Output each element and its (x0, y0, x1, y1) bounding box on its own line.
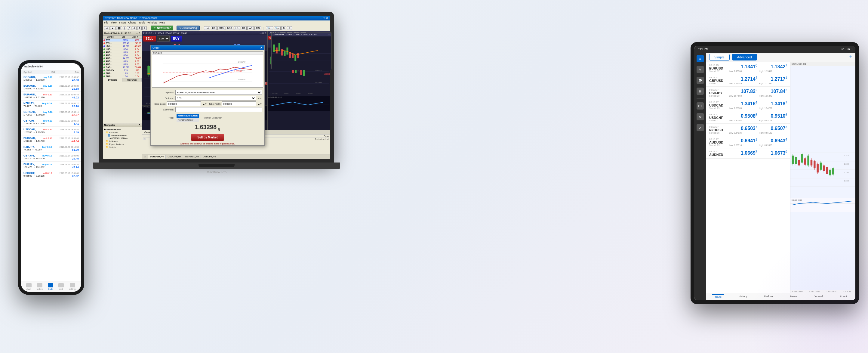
market-row[interactable]: AUD... 0.63... 0.63... (103, 63, 142, 66)
timeframe-w1[interactable]: W1 (247, 26, 254, 30)
mw-tab-symbols[interactable]: Symbols (103, 78, 122, 82)
phone-nav-settings[interactable]: settings (69, 283, 76, 290)
type-market-execution[interactable]: Market Execution (177, 114, 199, 118)
timeframe-h1[interactable]: H1 (234, 26, 240, 30)
close-chart-tab-btn[interactable]: ✕ (142, 154, 148, 159)
market-row[interactable]: CHFJPY 113... 113... (103, 69, 142, 72)
sell-by-market-button[interactable]: Sell by Market (191, 134, 223, 141)
menu-file[interactable]: File (104, 21, 108, 24)
phone-nav-history[interactable]: history (37, 283, 43, 290)
tablet-add-btn[interactable]: + (849, 54, 852, 60)
toolbar-btn-1[interactable]: ◄ (104, 26, 110, 30)
takeprofit-input[interactable] (222, 101, 256, 106)
comment-input[interactable] (175, 107, 262, 112)
tablet-icon-chat[interactable]: 💬 (696, 77, 704, 84)
tablet-icon-settings[interactable]: ⚙ (696, 113, 704, 120)
nav-item-accounts[interactable]: 📁 Accounts (103, 131, 141, 134)
toolbar-btn-8[interactable]: ≡ (142, 26, 147, 30)
quote-item[interactable]: 03:19:27 USDCAD Spread: 23 1.34164 Low: … (706, 99, 790, 111)
mw-tab-tick-chart[interactable]: Tick Chart (122, 78, 142, 82)
tab-usdchf-h4[interactable]: USDCHF,H4 (166, 155, 183, 158)
market-row[interactable]: BTC 9195... 9237... (103, 39, 142, 42)
quote-item[interactable]: 03:19:27 AUDUSD Spread: 23 0.69411 Low: … (706, 136, 790, 148)
menu-help[interactable]: Help (159, 21, 165, 24)
nav-item-6782663[interactable]: ● 6782663: William (103, 137, 141, 140)
gbpusd-mini-close[interactable]: ✕ (328, 33, 330, 36)
nav-item-tradeview-demo[interactable]: 👤 Tradeview-Demo (103, 134, 141, 137)
zoom-out-button[interactable]: 🔍- (274, 26, 281, 30)
quote-item[interactable]: 03:19:27 AUDNZD 1.06697 1.06730 (706, 148, 790, 158)
tab-gbpusd-h4[interactable]: GBPUSD,H4 (183, 155, 201, 158)
market-row[interactable]: AUD... 0.69... 0.69... (103, 60, 142, 63)
market-row[interactable]: LTC... 42.870 43.500 (103, 45, 142, 48)
tablet-icon-arrow[interactable]: ↙ (696, 124, 704, 131)
timeframe-h4[interactable]: H4 (204, 26, 210, 30)
symbol-select[interactable]: EURAUD, Euro vs Australian Dollar (175, 90, 262, 95)
toolbar-btn-6[interactable]: A (132, 26, 136, 30)
quote-item[interactable]: 03:19:25 EURUSD Spread: 17 1.13410 Low: … (706, 62, 790, 74)
tablet-nav-trade[interactable]: Trade (712, 294, 724, 299)
menu-charts[interactable]: Charts (128, 21, 136, 24)
toolbar-btn-2[interactable]: ► (110, 26, 116, 30)
mw-minimize-icon[interactable]: — (136, 32, 138, 35)
nav-item-tradeview-mt4[interactable]: ▶ Tradeview MT4 (103, 128, 141, 131)
market-row[interactable]: USD... 0.94... 0.94... (103, 48, 142, 51)
tablet-icon-pencil[interactable]: ✎ (696, 66, 704, 73)
chart-close[interactable]: ✕ (265, 32, 266, 34)
nav-item-scripts[interactable]: 📁 Scripts (103, 146, 141, 149)
mw-close-icon[interactable]: ✕ (138, 32, 141, 35)
menu-tools[interactable]: Tools (138, 21, 145, 24)
market-row[interactable]: EUR... 1.54... 1.54... (103, 75, 142, 78)
zoom-in-button[interactable]: 🔍+ (266, 26, 273, 30)
phone-nav-chart[interactable]: chart (26, 283, 32, 290)
buy-button[interactable]: BUY (171, 36, 182, 41)
refresh-button[interactable]: ↺ (287, 26, 292, 30)
nav-close-icon[interactable]: ✕ (138, 124, 141, 126)
stoploss-input[interactable] (167, 101, 201, 106)
type-pending-order[interactable]: Pending Order (177, 118, 199, 122)
menu-insert[interactable]: Insert (119, 21, 126, 24)
properties-button[interactable]: ⚙ (281, 26, 286, 30)
maximize-icon[interactable]: □ (323, 17, 325, 20)
quote-item[interactable]: 03:19:27 GBPUSD Spread: 27 1.27144 Low: … (706, 74, 790, 87)
toolbar-btn-3[interactable]: ⬛ (116, 26, 122, 30)
volume-select-dialog[interactable]: 0.03 (175, 96, 256, 100)
market-row[interactable]: CAD... 79.021 79.044 (103, 66, 142, 69)
minimize-icon[interactable]: ─ (320, 17, 322, 20)
chart-minimize[interactable]: — (259, 32, 262, 34)
tablet-icon-plus[interactable]: ⊞ (696, 88, 704, 95)
tab-usdjpy-h4[interactable]: USDJPY,H4 (201, 155, 217, 158)
quote-item[interactable]: 03:19:27 USDCHF Spread: 21 0.95085 Low: … (706, 111, 790, 124)
auto-trading-button[interactable]: ⚙ AutoTrading (177, 26, 200, 30)
phone-nav-mail[interactable]: mail (58, 283, 64, 290)
tablet-nav-history[interactable]: History (736, 294, 749, 299)
toolbar-btn-5[interactable]: ╱ (127, 26, 131, 30)
quote-item[interactable]: 03:19:27 USDJPY Spread: 20 107.822 Low: … (706, 87, 790, 99)
chart-maximize[interactable]: □ (262, 32, 264, 34)
nav-item-indicators[interactable]: 📁 Indicators (103, 140, 141, 143)
menu-view[interactable]: View (111, 21, 117, 24)
phone-nav-trade[interactable]: trade (48, 283, 53, 290)
market-row[interactable]: ETH... 235.41 240.70 (103, 42, 142, 45)
nav-item-expert-advisors[interactable]: 📁 Expert Advisors (103, 143, 141, 146)
timeframe-m30[interactable]: M30 (225, 26, 234, 30)
market-row[interactable]: EUR... 1.63... 1.63... (103, 72, 142, 75)
quote-item[interactable]: 03:19:27 NZDUSD Spread: 36 0.65037 Low: … (706, 124, 790, 136)
menu-window[interactable]: Window (147, 21, 157, 24)
order-dialog-close[interactable]: ✕ (260, 46, 262, 49)
close-icon[interactable]: ✕ (326, 17, 329, 20)
timeframe-d1[interactable]: D1 (241, 26, 247, 30)
simple-mode-btn[interactable]: Simple (709, 54, 730, 60)
sell-button[interactable]: SELL (143, 36, 156, 41)
timeframe-m15[interactable]: M15 (217, 26, 225, 30)
market-row[interactable]: AUD... 74.855 74.825 (103, 57, 142, 60)
timeframe-h8[interactable]: H8 (211, 26, 217, 30)
nav-minimize-icon[interactable]: — (136, 124, 138, 126)
timeframe-mn1[interactable]: MN (254, 26, 261, 30)
tablet-icon-quote[interactable]: ≡ (696, 55, 704, 62)
market-row[interactable]: AUD... 0.94... 0.94... (103, 54, 142, 57)
toolbar-btn-4[interactable]: | (123, 26, 126, 30)
volume-select[interactable]: 1.00 (157, 35, 169, 41)
tab-eurusd-h4[interactable]: EURUSD,H4 (148, 155, 166, 158)
market-row[interactable]: AUD... 0.63... 0.65... (103, 51, 142, 54)
